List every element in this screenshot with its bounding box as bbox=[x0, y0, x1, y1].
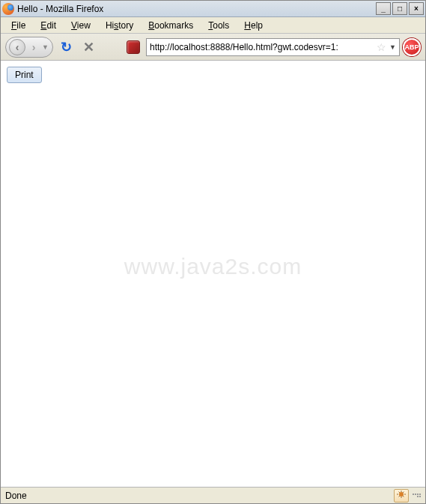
page-content: Print www.java2s.com bbox=[1, 61, 425, 487]
url-text[interactable]: http://localhost:8888/Hello.html?gwt.cod… bbox=[150, 42, 374, 52]
reload-icon: ↻ bbox=[61, 39, 72, 55]
adblock-plus-button[interactable]: ABP bbox=[403, 38, 421, 56]
home-button[interactable] bbox=[101, 37, 121, 57]
menu-tools[interactable]: Tools bbox=[202, 19, 235, 32]
nav-back-forward-group: ‹ › ▼ bbox=[5, 37, 53, 58]
reload-button[interactable]: ↻ bbox=[56, 37, 76, 57]
window-title: Hello - Mozilla Firefox bbox=[17, 4, 376, 14]
print-button[interactable]: Print bbox=[7, 67, 42, 83]
abp-label: ABP bbox=[404, 43, 419, 51]
resize-grip[interactable] bbox=[412, 494, 421, 497]
url-bar[interactable]: http://localhost:8888/Hello.html?gwt.cod… bbox=[146, 38, 400, 56]
navigation-toolbar: ‹ › ▼ ↻ ✕ http://localhost:8888/Hello.ht… bbox=[1, 34, 425, 61]
favicon-icon bbox=[127, 40, 140, 54]
status-text: Done bbox=[5, 491, 394, 501]
close-button[interactable]: × bbox=[409, 2, 424, 15]
menu-edit[interactable]: Edit bbox=[34, 19, 62, 32]
stop-icon: ✕ bbox=[83, 39, 94, 55]
minimize-button[interactable]: _ bbox=[376, 2, 391, 15]
menu-bookmarks[interactable]: Bookmarks bbox=[142, 19, 199, 32]
maximize-button[interactable]: □ bbox=[392, 2, 407, 15]
status-bar: Done bbox=[1, 487, 425, 503]
history-dropdown-icon[interactable]: ▼ bbox=[42, 43, 49, 51]
firebug-icon bbox=[397, 490, 406, 501]
menu-view[interactable]: View bbox=[65, 19, 97, 32]
window-titlebar: Hello - Mozilla Firefox _ □ × bbox=[1, 1, 425, 17]
window-controls: _ □ × bbox=[376, 2, 424, 15]
menu-bar: File Edit View History Bookmarks Tools H… bbox=[1, 17, 425, 34]
bookmark-star-icon[interactable]: ☆ bbox=[377, 41, 386, 53]
site-favicon bbox=[124, 37, 143, 57]
stop-button[interactable]: ✕ bbox=[79, 37, 98, 57]
menu-history[interactable]: History bbox=[100, 19, 139, 32]
firefox-icon bbox=[2, 3, 14, 15]
menu-file[interactable]: File bbox=[5, 19, 31, 32]
forward-button[interactable]: › bbox=[25, 39, 42, 55]
watermark-text: www.java2s.com bbox=[124, 253, 302, 279]
firebug-button[interactable] bbox=[394, 489, 409, 503]
url-dropdown-icon[interactable]: ▼ bbox=[389, 43, 396, 51]
menu-help[interactable]: Help bbox=[238, 19, 269, 32]
back-button[interactable]: ‹ bbox=[9, 39, 25, 55]
